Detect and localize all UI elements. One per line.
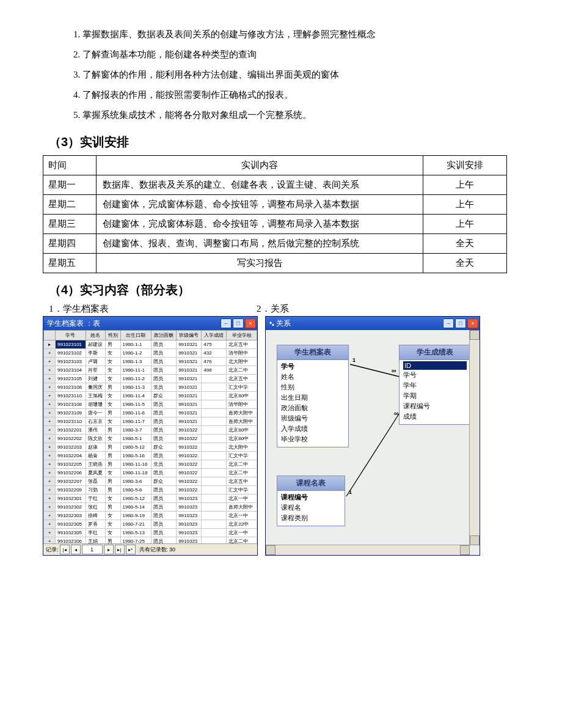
row-selector[interactable]: +	[44, 460, 56, 469]
table-title-course: 课程名表	[277, 476, 345, 491]
row-selector[interactable]: +	[44, 486, 56, 495]
table-row[interactable]: +991032306王娟男1980-7-25团员9910323北京二中	[44, 537, 257, 544]
table-row[interactable]: +991032305罗香女1980-7-21团员9910323北京22中	[44, 520, 257, 529]
column-header[interactable]: 姓名	[86, 331, 106, 340]
table-row[interactable]: +991032202陈文欣女1980-5-1团员9910322北京80中	[44, 435, 257, 443]
maximize-icon[interactable]: □	[455, 318, 466, 328]
nav-prev-icon[interactable]: ◂	[71, 545, 81, 554]
field-item[interactable]: 学号	[281, 361, 345, 372]
field-item[interactable]: ID	[403, 361, 467, 370]
row-selector[interactable]: +	[44, 503, 56, 512]
column-header[interactable]: 毕业学校	[227, 331, 257, 340]
maximize-icon[interactable]: □	[233, 318, 244, 328]
field-item[interactable]: 课程名	[281, 502, 341, 513]
table-row[interactable]: +991023110王旭梅女1980-11-4群众9910321北京80中	[44, 392, 257, 400]
row-selector[interactable]: +	[44, 537, 56, 544]
row-selector[interactable]: ▸	[44, 340, 56, 349]
table-row[interactable]: +991023104肖菲女1980-11-1团员9910321498北京二中	[44, 366, 257, 375]
minimize-icon[interactable]: –	[221, 318, 232, 328]
table-box-score[interactable]: 学生成绩表 ID学号学年学期课程编号成绩	[399, 345, 471, 425]
field-item[interactable]: 班级编号	[281, 413, 345, 424]
datasheet-titlebar[interactable]: 学生档案表 ：表 – □ ×	[43, 317, 257, 330]
table-row[interactable]: +991023110石京京女1980-11-7团员9910321首师大附中	[44, 417, 257, 426]
table-row[interactable]: +991023108胡珊珊女1980-11-5团员9910321清华附中	[44, 400, 257, 409]
row-selector[interactable]: +	[44, 366, 56, 375]
table-row[interactable]: +991023103卢璐女1980-1-3团员9910321476北大附中	[44, 358, 257, 366]
close-icon[interactable]: ×	[245, 318, 256, 328]
datasheet-grid[interactable]: 学号姓名性别出生日期政治面貌班级编号入学成绩毕业学校▸991023101郝建设男…	[43, 330, 257, 543]
row-selector[interactable]: +	[44, 417, 56, 426]
table-row[interactable]: ▸991023101郝建设男1980-1-1团员9910321475北京五中	[44, 340, 257, 349]
field-item[interactable]: 课程编号	[403, 401, 467, 411]
table-row[interactable]: +991032303徐峰女1980-9-19团员9910323北京一中	[44, 512, 257, 520]
scrollbar-horizontal[interactable]	[266, 545, 470, 555]
field-item[interactable]: 学年	[403, 380, 467, 391]
table-row[interactable]: +991032302张红男1980-5-14团员9910323首师大附中	[44, 503, 257, 512]
relationships-titlebar[interactable]: •■ 关系 – □ ×	[266, 317, 480, 330]
table-row[interactable]: +991023105刘健女1980-11-2团员9910321北京五中	[44, 375, 257, 383]
table-row[interactable]: +991023109唐今一男1980-11-6团员9910321首师大附中	[44, 409, 257, 417]
row-selector[interactable]: +	[44, 477, 56, 486]
field-item[interactable]: 成绩	[403, 411, 467, 422]
row-selector[interactable]: +	[44, 469, 56, 477]
column-header[interactable]: 性别	[106, 331, 120, 340]
table-row[interactable]: +991032301于红女1980-5-12团员9910323北京一中	[44, 495, 257, 503]
table-box-student[interactable]: 学生档案表 学号姓名性别出生日期政治面貌班级编号入学成绩毕业学校	[277, 345, 349, 447]
field-item[interactable]: 出生日期	[281, 392, 345, 403]
relationship-canvas[interactable]: 1 ∞ 1 ∞ 学生档案表 学号姓名性别出生日期政治面貌班级编号入学成绩毕业学校…	[266, 330, 480, 555]
field-item[interactable]: 学号	[403, 370, 467, 380]
table-row[interactable]: +991032203赵康男1980-5-12群众9910322北大附中	[44, 443, 257, 452]
row-selector[interactable]: +	[44, 435, 56, 443]
row-selector[interactable]: +	[44, 409, 56, 417]
column-header[interactable]: 学号	[56, 331, 86, 340]
row-selector[interactable]: +	[44, 400, 56, 409]
field-item[interactable]: 课程编号	[281, 492, 341, 502]
close-icon[interactable]: ×	[467, 318, 478, 328]
row-selector[interactable]: +	[44, 495, 56, 503]
column-header[interactable]: 入学成绩	[202, 331, 227, 340]
table-row[interactable]: +991032209习勃男1980-5-6团员9910322汇文中学	[44, 486, 257, 495]
field-item[interactable]: 课程类别	[281, 513, 341, 523]
row-selector[interactable]: +	[44, 520, 56, 529]
table-row[interactable]: +991023108董国庆男1980-11-3党员9910321汇文中学	[44, 383, 257, 392]
column-header[interactable]: 政治面貌	[151, 331, 177, 340]
table-row[interactable]: +991032206夏凤夏女1980-11-18团员9910322北京二中	[44, 469, 257, 477]
row-selector[interactable]: +	[44, 375, 56, 383]
record-navigator[interactable]: 记录: |◂ ◂ ▸ ▸| ▸* 共有记录数: 30	[43, 543, 257, 555]
scrollbar-vertical[interactable]	[469, 330, 480, 545]
relationships-title: 关系	[276, 319, 291, 328]
table-row[interactable]: +991032201潘伟男1980-3-7团员9910322北京80中	[44, 426, 257, 435]
row-selector[interactable]: +	[44, 358, 56, 366]
row-selector[interactable]: +	[44, 349, 56, 358]
row-selector[interactable]: +	[44, 426, 56, 435]
minimize-icon[interactable]: –	[443, 318, 454, 328]
table-row[interactable]: +991023102李斯女1980-1-2团员9910321432清华附中	[44, 349, 257, 358]
field-item[interactable]: 政治面貌	[281, 403, 345, 413]
field-item[interactable]: 姓名	[281, 372, 345, 382]
field-item[interactable]: 性别	[281, 382, 345, 392]
field-item[interactable]: 毕业学校	[281, 434, 345, 444]
row-selector[interactable]: +	[44, 529, 56, 537]
table-box-course[interactable]: 课程名表 课程编号课程名课程类别	[277, 476, 345, 526]
nav-total-label: 共有记录数:	[139, 546, 169, 554]
objective-item: 4. 了解报表的作用，能按照需要制作正确格式的报表。	[73, 85, 525, 105]
table-row[interactable]: +991032207张磊男1980-3-6群众9910322北京五中	[44, 477, 257, 486]
table-row[interactable]: +991032204杨青男1980-5-16团员9910322汇文中学	[44, 452, 257, 460]
row-selector[interactable]: +	[44, 452, 56, 460]
column-header[interactable]: 出生日期	[120, 331, 151, 340]
field-item[interactable]: 学期	[403, 391, 467, 401]
nav-first-icon[interactable]: |◂	[60, 545, 70, 554]
objectives-list: 1. 掌握数据库、数据表及表间关系的创建与修改方法，理解参照完整性概念2. 了解…	[73, 24, 525, 125]
nav-last-icon[interactable]: ▸|	[115, 545, 125, 554]
field-item[interactable]: 入学成绩	[281, 424, 345, 434]
row-selector[interactable]: +	[44, 512, 56, 520]
row-selector[interactable]: +	[44, 392, 56, 400]
nav-next-icon[interactable]: ▸	[104, 545, 114, 554]
row-selector[interactable]: +	[44, 443, 56, 452]
nav-new-icon[interactable]: ▸*	[126, 545, 136, 554]
table-row[interactable]: +991032305李红女1980-5-13团员9910323北京一中	[44, 529, 257, 537]
table-row[interactable]: +991032205王晓燕男1980-11-16党员9910322北京二中	[44, 460, 257, 469]
column-header[interactable]: 班级编号	[177, 331, 202, 340]
nav-position[interactable]	[82, 545, 103, 554]
row-selector[interactable]: +	[44, 383, 56, 392]
